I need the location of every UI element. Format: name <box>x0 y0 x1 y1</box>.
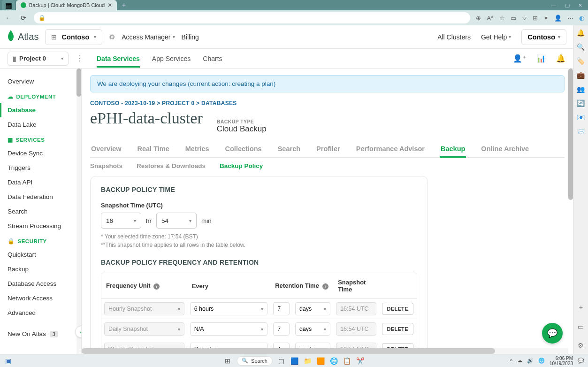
browser-tab[interactable]: Backup | Cloud: MongoDB Cloud ✕ <box>16 0 117 10</box>
extensions-icon[interactable]: ✦ <box>543 15 549 22</box>
window-close-button[interactable]: ✕ <box>578 2 582 8</box>
collections-icon[interactable]: ⊞ <box>533 15 538 22</box>
window-minimize-button[interactable]: — <box>551 2 557 8</box>
reading-list-icon[interactable]: ▭ <box>511 15 516 22</box>
refresh-button[interactable]: ⟳ <box>19 14 28 22</box>
new-tab-button[interactable]: ＋ <box>121 1 127 9</box>
favorites-bar-icon[interactable]: ✩ <box>522 15 527 22</box>
menu-icon[interactable]: ⋯ <box>567 15 573 22</box>
back-button[interactable]: ← <box>4 14 13 22</box>
tab-close-icon[interactable]: ✕ <box>107 2 112 8</box>
copilot-icon[interactable]: ◐ <box>579 15 584 22</box>
profile-icon[interactable]: 👤 <box>554 15 562 22</box>
tab-title: Backup | Cloud: MongoDB Cloud <box>29 2 105 8</box>
address-bar[interactable]: 🔒 <box>34 12 470 23</box>
tab-favicon-icon <box>21 2 26 8</box>
favorite-icon[interactable]: ☆ <box>499 15 505 22</box>
tab-spacer-icon[interactable]: ▦ <box>2 0 15 10</box>
zoom-icon[interactable]: ⊕ <box>476 15 481 22</box>
text-size-icon[interactable]: Aᴬ <box>487 15 494 22</box>
lock-icon: 🔒 <box>38 15 46 21</box>
browser-titlebar: ▦ Backup | Cloud: MongoDB Cloud ✕ ＋ — ▢ … <box>0 0 588 10</box>
window-maximize-button[interactable]: ▢ <box>565 2 570 8</box>
browser-toolbar: ← ⟳ 🔒 ⊕ Aᴬ ☆ ▭ ✩ ⊞ ✦ 👤 ⋯ ◐ <box>0 10 588 25</box>
